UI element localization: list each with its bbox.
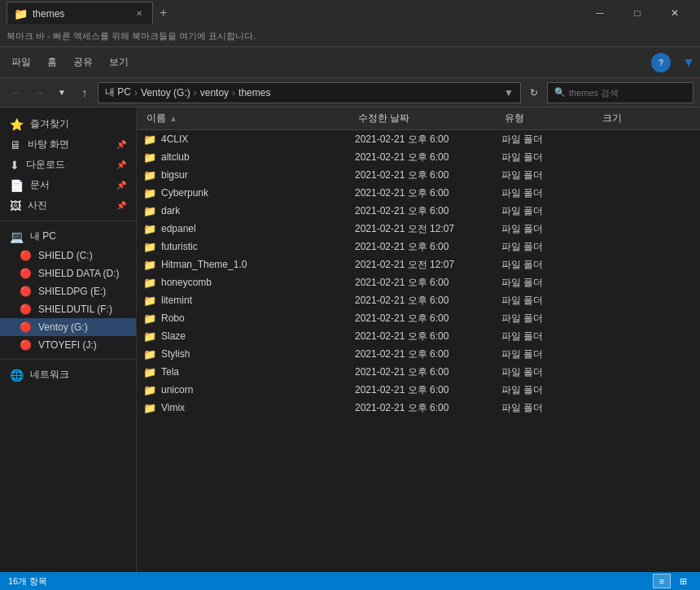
- breadcrumb-themes[interactable]: themes: [238, 87, 270, 98]
- folder-icon: 📁: [143, 312, 156, 325]
- sidebar-item-downloads[interactable]: ⬇ 다운로드 📌: [0, 155, 136, 175]
- table-row[interactable]: 📁 altclub 2021-02-21 오후 6:00 파일 폴더: [137, 148, 700, 166]
- sidebar-label-mypc: 내 PC: [30, 229, 126, 243]
- sidebar-label-shieldpg: SHIELDPG (E:): [38, 286, 126, 297]
- col-header-name[interactable]: 이름 ▲: [143, 111, 355, 125]
- col-header-size[interactable]: 크기: [599, 111, 664, 125]
- sidebar-item-ventoy[interactable]: 🔴 Ventoy (G:): [0, 318, 136, 336]
- breadcrumb-ventoy[interactable]: Ventoy (G:): [141, 87, 190, 98]
- file-date: 2021-02-21 오후 6:00: [355, 401, 501, 415]
- desktop-icon: 🖥: [10, 138, 21, 151]
- breadcrumb-ventoy2[interactable]: ventoy: [200, 87, 229, 98]
- new-tab-button[interactable]: +: [153, 6, 173, 20]
- sidebar-item-documents[interactable]: 📄 문서 📌: [0, 175, 136, 195]
- sidebar-label-documents: 문서: [30, 178, 110, 192]
- sidebar-item-shield-d[interactable]: 🔴 SHIELD DATA (D:): [0, 264, 136, 282]
- table-row[interactable]: 📁 honeycomb 2021-02-21 오후 6:00 파일 폴더: [137, 273, 700, 291]
- file-type: 파일 폴더: [501, 258, 599, 272]
- status-bar: 16개 항목 ≡ ⊞: [0, 572, 700, 590]
- back-button[interactable]: ←: [7, 83, 26, 103]
- table-row[interactable]: 📁 4CLIX 2021-02-21 오후 6:00 파일 폴더: [137, 130, 700, 148]
- file-area: 이름 ▲ 수정한 날짜 유형 크기 📁 4CLIX 2021-02-21 오후 …: [137, 107, 700, 572]
- file-date: 2021-02-21 오후 6:00: [355, 294, 501, 308]
- list-view-button[interactable]: ≡: [653, 574, 671, 588]
- table-row[interactable]: 📁 Vimix 2021-02-21 오후 6:00 파일 폴더: [137, 399, 700, 417]
- refresh-button[interactable]: ↻: [524, 83, 544, 103]
- file-type: 파일 폴더: [501, 186, 599, 200]
- table-row[interactable]: 📁 edpanel 2021-02-21 오전 12:07 파일 폴더: [137, 220, 700, 238]
- table-row[interactable]: 📁 Stylish 2021-02-21 오후 6:00 파일 폴더: [137, 345, 700, 363]
- col-header-type[interactable]: 유형: [501, 111, 599, 125]
- close-button[interactable]: ✕: [656, 0, 693, 26]
- file-name: 📁 litemint: [143, 295, 355, 307]
- table-row[interactable]: 📁 bigsur 2021-02-21 오후 6:00 파일 폴더: [137, 166, 700, 184]
- view-controls: ≡ ⊞: [653, 574, 692, 588]
- sidebar-label-shield-d: SHIELD DATA (D:): [38, 268, 126, 279]
- recent-locations-button[interactable]: ▼: [52, 83, 72, 103]
- folder-icon: 📁: [143, 223, 156, 235]
- file-name: 📁 altclub: [143, 151, 355, 164]
- sidebar-item-shield-c[interactable]: 🔴 SHIELD (C:): [0, 247, 136, 264]
- sidebar-label-network: 네트워크: [30, 368, 126, 382]
- home-menu[interactable]: 홈: [41, 52, 63, 72]
- file-type: 파일 폴더: [501, 330, 599, 343]
- file-name: 📁 Hitman_Theme_1.0: [143, 259, 355, 271]
- address-bar: ← → ▼ ↑ 내 PC › Ventoy (G:) › ventoy › th…: [0, 78, 700, 107]
- up-button[interactable]: ↑: [75, 83, 94, 103]
- table-row[interactable]: 📁 Slaze 2021-02-21 오후 6:00 파일 폴더: [137, 327, 700, 345]
- minimize-button[interactable]: ─: [581, 0, 619, 26]
- forward-button[interactable]: →: [29, 83, 49, 103]
- sidebar-label-favorites: 즐겨찾기: [30, 117, 126, 131]
- pin-icon: 📌: [116, 140, 126, 149]
- sidebar-item-pictures[interactable]: 🖼 사진 📌: [0, 195, 136, 216]
- view-menu[interactable]: 보기: [103, 52, 135, 72]
- folder-icon: 📁: [143, 402, 156, 414]
- folder-icon: 📁: [143, 366, 156, 378]
- table-row[interactable]: 📁 dark 2021-02-21 오후 6:00 파일 폴더: [137, 202, 700, 220]
- table-row[interactable]: 📁 Tela 2021-02-21 오후 6:00 파일 폴더: [137, 363, 700, 381]
- table-row[interactable]: 📁 Hitman_Theme_1.0 2021-02-21 오전 12:07 파…: [137, 256, 700, 273]
- tab-area: 📁 themes ✕ +: [7, 2, 294, 24]
- table-row[interactable]: 📁 litemint 2021-02-21 오후 6:00 파일 폴더: [137, 291, 700, 309]
- col-header-date[interactable]: 수정한 날짜: [355, 111, 501, 125]
- tab-close-button[interactable]: ✕: [133, 7, 146, 20]
- pictures-icon: 🖼: [10, 199, 21, 212]
- sidebar-item-shieldpg[interactable]: 🔴 SHIELDPG (E:): [0, 282, 136, 300]
- maximize-button[interactable]: □: [619, 0, 656, 26]
- file-name: 📁 Tela: [143, 366, 355, 378]
- title-bar: 📁 themes ✕ + ─ □ ✕: [0, 0, 700, 26]
- sidebar-item-shieldutil[interactable]: 🔴 SHIELDUTIL (F:): [0, 300, 136, 318]
- breadcrumb-mypc[interactable]: 내 PC: [105, 85, 131, 99]
- table-row[interactable]: 📁 Cyberpunk 2021-02-21 오후 6:00 파일 폴더: [137, 184, 700, 202]
- sidebar-item-mypc[interactable]: 💻 내 PC: [0, 226, 136, 247]
- search-input[interactable]: [569, 88, 686, 98]
- active-tab[interactable]: 📁 themes ✕: [7, 2, 153, 24]
- folder-icon: 📁: [143, 187, 156, 199]
- sidebar-label-shield-c: SHIELD (C:): [38, 250, 126, 261]
- grid-view-button[interactable]: ⊞: [674, 574, 692, 588]
- sidebar-item-vtoyefi[interactable]: 🔴 VTOYEFI (J:): [0, 336, 136, 354]
- breadcrumb-dropdown[interactable]: ▼: [504, 87, 514, 98]
- sort-indicator: ▲: [169, 114, 177, 123]
- help-button[interactable]: ?: [651, 53, 671, 72]
- sidebar-item-favorites[interactable]: ⭐ 즐겨찾기: [0, 114, 136, 134]
- file-menu[interactable]: 파일: [5, 52, 37, 72]
- computer-icon: 💻: [10, 230, 24, 243]
- share-menu[interactable]: 공유: [67, 52, 99, 72]
- expand-button[interactable]: ▼: [682, 55, 695, 70]
- file-name: 📁 Slaze: [143, 330, 355, 343]
- sidebar-item-network[interactable]: 🌐 네트워크: [0, 365, 136, 385]
- file-type: 파일 폴더: [501, 204, 599, 218]
- file-type: 파일 폴더: [501, 312, 599, 326]
- table-row[interactable]: 📁 unicorn 2021-02-21 오후 6:00 파일 폴더: [137, 381, 700, 399]
- table-row[interactable]: 📁 Robo 2021-02-21 오후 6:00 파일 폴더: [137, 309, 700, 327]
- file-type: 파일 폴더: [501, 383, 599, 397]
- file-name: 📁 bigsur: [143, 169, 355, 181]
- file-date: 2021-02-21 오후 6:00: [355, 151, 501, 164]
- file-date: 2021-02-21 오후 6:00: [355, 186, 501, 200]
- sidebar-item-desktop[interactable]: 🖥 바탕 화면 📌: [0, 134, 136, 155]
- drive-icon-d: 🔴: [20, 268, 32, 279]
- file-date: 2021-02-21 오후 6:00: [355, 330, 501, 343]
- table-row[interactable]: 📁 futuristic 2021-02-21 오후 6:00 파일 폴더: [137, 238, 700, 256]
- folder-icon: 📁: [143, 259, 156, 271]
